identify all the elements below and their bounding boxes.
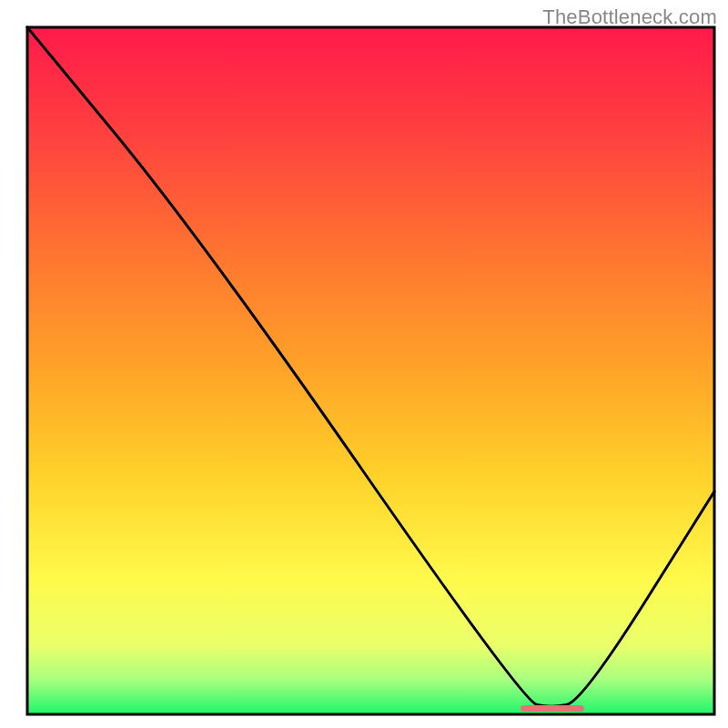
- chart-container: TheBottleneck.com: [0, 0, 728, 728]
- attribution-text: TheBottleneck.com: [542, 5, 717, 29]
- bottleneck-chart: [0, 0, 728, 728]
- minimum-marker: [521, 705, 584, 712]
- plot-background: [27, 27, 714, 714]
